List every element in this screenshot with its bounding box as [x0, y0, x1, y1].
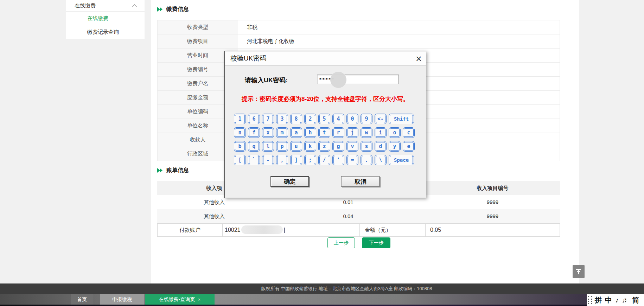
back-to-top-button[interactable] — [573, 265, 585, 278]
next-step-button[interactable]: 下一步 — [362, 237, 390, 248]
key-l[interactable]: l — [262, 141, 274, 152]
payer-account-label: 付款账户 — [158, 224, 223, 236]
key-e[interactable]: e — [403, 141, 415, 152]
key-f[interactable]: f — [248, 127, 260, 138]
key-i[interactable]: i — [375, 127, 387, 138]
virtual-keyboard: 1673825409<-Shiftnfxmahtrjwiocbqlpukzgvs… — [234, 114, 417, 168]
sidebar-item-online-payment[interactable]: 在线缴费 — [66, 12, 145, 25]
key-u[interactable]: u — [290, 141, 302, 152]
cancel-button[interactable]: 取消 — [341, 176, 380, 187]
key-q[interactable]: q — [248, 141, 260, 152]
key-4[interactable]: 4 — [332, 114, 344, 124]
key-n[interactable]: n — [234, 127, 246, 138]
ok-button[interactable]: 确定 — [270, 176, 309, 187]
ime-drag-handle-icon[interactable] — [588, 296, 592, 304]
screen: 在线缴费 在线缴费 缴费记录查询 缴费信息 收费类型非税缴费项目河北非税电子化收… — [0, 0, 644, 306]
key-6[interactable]: 6 — [248, 114, 260, 124]
key-t[interactable]: t — [318, 127, 330, 138]
key-p[interactable]: p — [276, 141, 288, 152]
key-7[interactable]: 7 — [262, 114, 274, 124]
key-8[interactable]: 8 — [290, 114, 302, 124]
key-g[interactable]: g — [332, 141, 344, 152]
payer-account-value: 10021| — [223, 224, 360, 236]
sidebar-item-payment-records[interactable]: 缴费记录查询 — [66, 25, 145, 39]
bill-info-title: 账单信息 — [166, 167, 189, 174]
payer-account-row: 付款账户 10021| 金额（元） 0.05 — [157, 223, 560, 237]
key-/[interactable]: / — [318, 155, 330, 165]
key-9[interactable]: 9 — [361, 114, 372, 124]
key-d[interactable]: d — [375, 141, 387, 152]
key-h[interactable]: h — [304, 127, 316, 138]
account-number-prefix: 10021 — [225, 227, 241, 233]
key-1[interactable]: 1 — [234, 114, 246, 124]
key-\[interactable]: \ — [375, 155, 387, 165]
tab-label: 在线缴费-查询页 — [159, 297, 195, 302]
ime-simplified-icon[interactable]: 简 — [632, 295, 639, 305]
key-shift[interactable]: Shift — [389, 114, 414, 124]
key-=[interactable]: = — [346, 155, 358, 165]
key-a[interactable]: a — [290, 127, 302, 138]
amount-label: 金额（元） — [360, 224, 426, 236]
ime-pinyin-icon[interactable]: 拼 — [595, 295, 602, 305]
key-x[interactable]: x — [262, 127, 274, 138]
dialog-title: 校验UK密码 — [225, 51, 426, 66]
keyboard-row: nfxmahtrjwioc — [234, 127, 417, 138]
bill-income-code: 9999 — [425, 209, 560, 223]
key-0[interactable]: 0 — [346, 114, 358, 124]
key-j[interactable]: j — [346, 127, 358, 138]
payment-info-row: 缴费项目河北非税电子化收缴 — [157, 34, 560, 49]
key-][interactable]: ] — [290, 155, 302, 165]
key-c[interactable]: c — [403, 127, 415, 138]
key-o[interactable]: o — [389, 127, 401, 138]
key-[[interactable]: [ — [234, 155, 246, 165]
key-r[interactable]: r — [332, 127, 344, 138]
key-,[interactable]: , — [276, 155, 288, 165]
key-w[interactable]: w — [361, 127, 372, 138]
key-5[interactable]: 5 — [318, 114, 330, 124]
tab-home[interactable]: 首页 — [71, 294, 93, 305]
ime-notes-icon[interactable]: ♬ — [622, 296, 629, 304]
field-label: 缴费项目 — [158, 34, 238, 48]
key-b[interactable]: b — [234, 141, 246, 152]
sidebar: 在线缴费 在线缴费 缴费记录查询 — [66, 0, 145, 39]
keyboard-row: bqlpukzgvsdye — [234, 141, 417, 152]
prev-step-button[interactable]: 上一步 — [327, 237, 355, 248]
key-`[interactable]: ` — [248, 155, 260, 165]
password-hint: 提示：密码长度必须为8-20位，支持全键盘字符，区分大小写。 — [225, 95, 426, 103]
key-y[interactable]: y — [389, 141, 401, 152]
key-z[interactable]: z — [318, 141, 330, 152]
tab-online-payment-query[interactable]: 在线缴费-查询页× — [145, 294, 215, 305]
dialog-close-icon[interactable]: × — [416, 52, 422, 65]
key-m[interactable]: m — [276, 127, 288, 138]
key-3[interactable]: 3 — [276, 114, 288, 124]
tab-close-icon[interactable]: × — [198, 297, 201, 302]
bill-info-header: 账单信息 — [157, 167, 189, 174]
payment-info-title: 缴费信息 — [166, 6, 189, 13]
account-number-redaction — [241, 225, 283, 234]
key-k[interactable]: k — [304, 141, 316, 152]
ime-toolbar: 拼 中 ♪ ♬ 简 — [587, 294, 644, 306]
ime-note-icon[interactable]: ♪ — [615, 296, 619, 304]
key-;[interactable]: ; — [304, 155, 316, 165]
key-'[interactable]: ' — [332, 155, 344, 165]
key--[interactable]: - — [262, 155, 274, 165]
bill-income-code: 9999 — [425, 195, 560, 209]
sidebar-group-label: 在线缴费 — [75, 2, 96, 8]
key-space[interactable]: Space — [389, 155, 414, 165]
field-label: 收费类型 — [158, 20, 238, 34]
tab-declare-tax[interactable]: 申报缴税 — [100, 294, 144, 305]
key-<-[interactable]: <- — [375, 114, 387, 124]
password-label: 请输入UK密码: — [245, 76, 288, 84]
uk-password-input[interactable] — [317, 75, 399, 84]
sidebar-group-online-payment[interactable]: 在线缴费 — [66, 0, 145, 12]
key-2[interactable]: 2 — [304, 114, 316, 124]
ime-chinese-mode-icon[interactable]: 中 — [605, 295, 612, 305]
double-arrow-icon — [157, 168, 163, 173]
double-arrow-icon — [157, 7, 163, 12]
key-.[interactable]: . — [361, 155, 372, 165]
key-v[interactable]: v — [346, 141, 358, 152]
password-redaction — [330, 72, 346, 88]
key-s[interactable]: s — [361, 141, 372, 152]
keyboard-row: 1673825409<-Shift — [234, 114, 417, 124]
chevron-up-icon — [132, 4, 137, 9]
